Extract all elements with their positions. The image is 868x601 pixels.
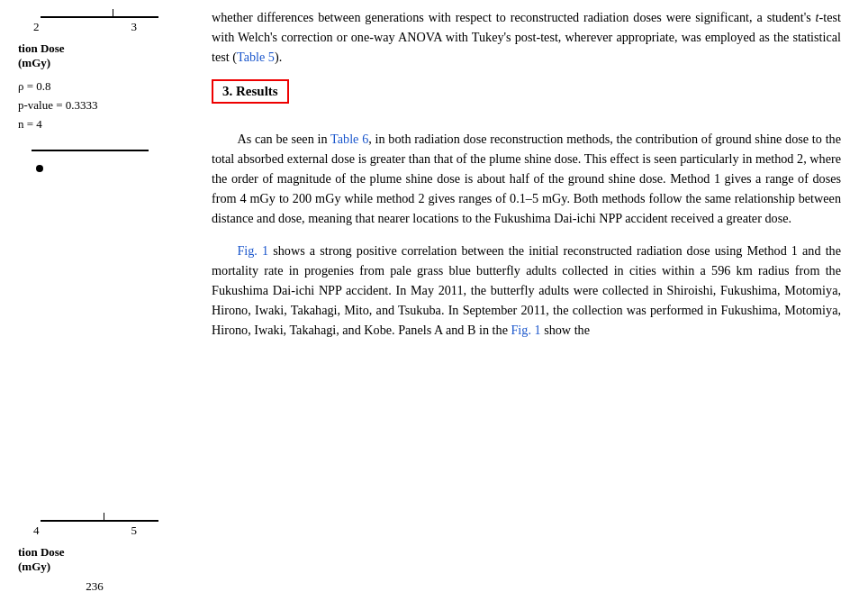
y-label-bottom-line1: tion Dose <box>18 545 180 560</box>
intro-text-1: whether differences between generations … <box>212 10 816 24</box>
p-value: p-value = 0.3333 <box>18 96 180 115</box>
axis-num-2: 2 <box>33 20 40 34</box>
page-container: 2 3 tion Dose (mGy) ρ = 0.8 p-value = 0.… <box>0 0 868 601</box>
y-label-top-line1: tion Dose <box>18 41 180 56</box>
figure-bottom: 4 5 tion Dose (mGy) <box>14 513 180 574</box>
axis-num-4: 4 <box>33 524 40 538</box>
para2-text-2: show the <box>541 323 590 337</box>
intro-text-3: ). <box>275 50 282 64</box>
results-paragraph-1: As can be seen in Table 6, in both radia… <box>212 129 841 228</box>
rho-value: ρ = 0.8 <box>18 77 180 96</box>
data-point-dot <box>36 165 43 172</box>
intro-paragraph: whether differences between generations … <box>212 7 841 67</box>
para1-start: As can be seen in <box>237 132 330 146</box>
y-label-bottom-line2: (mGy) <box>18 560 180 574</box>
axis-num-5: 5 <box>131 524 138 538</box>
table6-link[interactable]: Table 6 <box>330 132 368 146</box>
fig1-link-1[interactable]: Fig. 1 <box>237 243 268 258</box>
page-number: 236 <box>0 579 189 594</box>
figure-top: 2 3 tion Dose (mGy) ρ = 0.8 p-value = 0.… <box>14 9 180 172</box>
left-sidebar: 2 3 tion Dose (mGy) ρ = 0.8 p-value = 0.… <box>0 0 189 601</box>
section-heading: 3. Results <box>212 79 289 104</box>
stats-block: ρ = 0.8 p-value = 0.3333 n = 4 <box>18 77 180 133</box>
results-paragraph-2: Fig. 1 shows a strong positive correlati… <box>212 241 841 340</box>
y-label-top-line2: (mGy) <box>18 56 180 70</box>
axis-num-3: 3 <box>131 20 138 34</box>
table5-link[interactable]: Table 5 <box>237 50 275 64</box>
main-content: whether differences between generations … <box>189 0 868 601</box>
n-value: n = 4 <box>18 115 180 134</box>
fig1-link-2[interactable]: Fig. 1 <box>511 323 540 337</box>
